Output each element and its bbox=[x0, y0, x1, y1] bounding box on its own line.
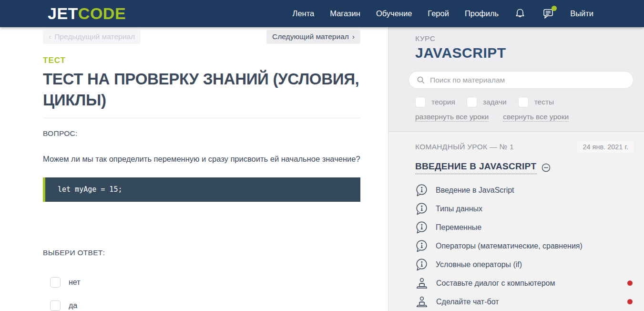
filter-checkbox[interactable] bbox=[518, 97, 529, 107]
next-material-button[interactable]: Следующий материал › bbox=[266, 30, 360, 44]
lesson-type-label: КОМАНДНЫЙ УРОК — № 1 bbox=[415, 143, 514, 151]
unread-dot bbox=[552, 6, 557, 11]
logo-jet: JET bbox=[48, 4, 78, 22]
lesson-item-label: Переменные bbox=[436, 223, 481, 232]
previous-material-label: Предыдущий материал bbox=[54, 32, 135, 41]
nav-item-profile[interactable]: Профиль bbox=[465, 9, 499, 18]
nav-item-hero[interactable]: Герой bbox=[428, 9, 449, 18]
lesson-block: КОМАНДНЫЙ УРОК — № 1 24 янв. 2021 г. ВВЕ… bbox=[388, 132, 644, 311]
lesson-item[interactable]: Составьте диалог с компьютером bbox=[415, 274, 634, 292]
chat-icon[interactable] bbox=[542, 8, 554, 20]
theory-bubble-icon bbox=[415, 258, 428, 271]
chevron-right-icon: › bbox=[352, 32, 355, 41]
material-search[interactable] bbox=[409, 71, 634, 89]
lesson-toggle-links: развернуть все уроки свернуть все уроки bbox=[415, 113, 634, 122]
lesson-header: КОМАНДНЫЙ УРОК — № 1 24 янв. 2021 г. bbox=[415, 141, 634, 153]
title-divider bbox=[43, 118, 360, 118]
course-sidebar: КУРС JAVASCRIPT теория зада bbox=[388, 27, 644, 311]
theory-bubble-icon bbox=[415, 184, 428, 197]
lesson-date-badge: 24 янв. 2021 г. bbox=[577, 141, 634, 153]
nav-item-shop[interactable]: Магазин bbox=[330, 9, 360, 18]
answer-label: ВЫБЕРИ ОТВЕТ: bbox=[43, 249, 360, 257]
page-title: ТЕСТ НА ПРОВЕРКУ ЗНАНИЙ (УСЛОВИЯ, ЦИКЛЫ) bbox=[43, 69, 360, 111]
code-snippet: let myAge = 15; bbox=[43, 177, 360, 202]
answer-option-no[interactable]: нет bbox=[50, 277, 360, 288]
top-navbar: JETCODE Лента Магазин Обучение Герой Про… bbox=[0, 0, 644, 27]
answer-option-label: нет bbox=[69, 278, 81, 287]
collapse-all-link[interactable]: свернуть все уроки bbox=[503, 113, 569, 122]
theory-bubble-icon bbox=[415, 202, 428, 216]
theory-bubble-icon bbox=[415, 239, 428, 253]
answer-option-label: да bbox=[69, 301, 77, 310]
logo-code: CODE bbox=[78, 4, 126, 22]
filter-label: тесты bbox=[534, 98, 554, 106]
nav-item-feed[interactable]: Лента bbox=[293, 9, 315, 18]
filter-label: задачи bbox=[483, 98, 507, 106]
filter-checkbox[interactable] bbox=[467, 97, 477, 107]
lesson-item-label: Составьте диалог с компьютером bbox=[436, 279, 555, 288]
lesson-item[interactable]: Условные операторы (if) bbox=[415, 255, 634, 274]
search-input[interactable] bbox=[430, 76, 625, 84]
material-content: ‹ Предыдущий материал Следующий материал… bbox=[0, 27, 388, 311]
task-person-laptop-icon bbox=[415, 295, 429, 309]
bell-icon[interactable] bbox=[514, 8, 526, 20]
expand-all-link[interactable]: развернуть все уроки bbox=[415, 113, 489, 122]
minus-circle-icon[interactable] bbox=[542, 163, 551, 172]
answer-checkbox[interactable] bbox=[50, 301, 61, 311]
lesson-item-label: Типы данных bbox=[436, 205, 482, 213]
answer-checkbox[interactable] bbox=[50, 277, 61, 288]
lesson-item-label: Операторы (математические, сравнения) bbox=[436, 242, 583, 250]
filter-tasks[interactable]: задачи bbox=[467, 97, 507, 107]
lesson-title-toggle[interactable]: ВВЕДЕНИЕ В JAVASCRIPT bbox=[415, 161, 551, 174]
nav-item-logout[interactable]: Выйти bbox=[570, 9, 593, 18]
code-text: let myAge = 15; bbox=[58, 185, 122, 194]
material-filters: теория задачи тесты bbox=[415, 97, 634, 107]
sidebar-course-header: КУРС JAVASCRIPT теория зада bbox=[388, 27, 644, 132]
answer-option-yes[interactable]: да bbox=[50, 301, 360, 311]
nav-item-learning[interactable]: Обучение bbox=[376, 9, 412, 18]
notification-dot bbox=[627, 299, 633, 304]
next-material-label: Следующий материал bbox=[272, 32, 349, 41]
lesson-item[interactable]: Введение в JavaScript bbox=[415, 181, 634, 199]
lesson-item[interactable]: Переменные bbox=[415, 218, 634, 237]
lesson-item[interactable]: Типы данных bbox=[415, 199, 634, 218]
filter-checkbox[interactable] bbox=[415, 97, 426, 107]
course-label: КУРС bbox=[415, 34, 634, 43]
page-body: ‹ Предыдущий материал Следующий материал… bbox=[0, 27, 644, 311]
notification-dot bbox=[627, 280, 633, 286]
lesson-title: ВВЕДЕНИЕ В JAVASCRIPT bbox=[415, 161, 537, 174]
question-label: ВОПРОС: bbox=[43, 129, 360, 138]
jetcode-logo[interactable]: JETCODE bbox=[48, 4, 126, 23]
filter-label: теория bbox=[431, 98, 455, 106]
theory-bubble-icon bbox=[415, 221, 428, 234]
task-person-laptop-icon bbox=[415, 277, 429, 290]
chevron-left-icon: ‹ bbox=[49, 32, 51, 41]
previous-material-button[interactable]: ‹ Предыдущий материал bbox=[43, 30, 141, 44]
lesson-item-label: Условные операторы (if) bbox=[436, 260, 522, 269]
answer-options: нет да bbox=[50, 277, 360, 311]
lesson-item-label: Введение в JavaScript bbox=[436, 186, 514, 195]
course-title: JAVASCRIPT bbox=[415, 45, 634, 61]
question-text: Можем ли мы так определить переменную и … bbox=[43, 155, 360, 164]
lesson-item-label: Сделайте чат-бот bbox=[436, 298, 499, 306]
filter-tests[interactable]: тесты bbox=[518, 97, 554, 107]
lesson-item[interactable]: Операторы (математические, сравнения) bbox=[415, 237, 634, 255]
material-navigation: ‹ Предыдущий материал Следующий материал… bbox=[43, 30, 360, 44]
lesson-item[interactable]: Сделайте чат-бот bbox=[415, 292, 634, 311]
lesson-items-list: Введение в JavaScript Типы данных bbox=[415, 181, 634, 311]
search-icon bbox=[417, 76, 425, 84]
main-navigation: Лента Магазин Обучение Герой Профиль Вый… bbox=[293, 8, 593, 20]
material-category: ТЕСТ bbox=[43, 56, 360, 65]
filter-theory[interactable]: теория bbox=[415, 97, 455, 107]
